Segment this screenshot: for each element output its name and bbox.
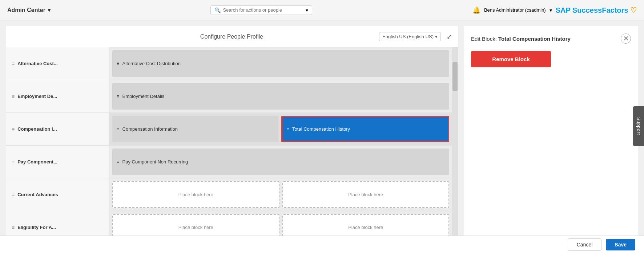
lang-chevron: ▾ — [435, 34, 438, 39]
main-area: Configure People Profile English US (Eng… — [0, 20, 644, 253]
placeholder-label: Place block here — [348, 192, 383, 197]
block-compensation-information[interactable]: ≡ Compensation Information — [112, 116, 278, 142]
row-label-text: Employment De... — [17, 94, 57, 99]
notification-icon[interactable]: 🔔 — [472, 6, 480, 14]
block-drag-icon: ≡ — [117, 159, 120, 165]
row-blocks-compensation: ≡ Compensation Information ≡ Total Compe… — [109, 113, 452, 145]
edit-block-name: Total Compensation History — [498, 36, 571, 42]
drag-handle-icon: ≡ — [12, 159, 15, 165]
top-navigation: Admin Center ▾ 🔍 ▾ 🔔 Bens Administrator … — [0, 0, 644, 20]
row-blocks-alternative-cost: ≡ Alternative Cost Distribution — [109, 47, 452, 80]
app-title-chevron: ▾ — [48, 7, 51, 13]
row-label-text: Alternative Cost... — [17, 61, 58, 66]
scrollbar-thumb[interactable] — [452, 62, 458, 91]
scrollbar[interactable] — [452, 47, 458, 253]
profile-content: ≡ Alternative Cost... ≡ Alternative Cost… — [6, 47, 452, 253]
row-compensation-info: ≡ Compensation I... ≡ Compensation Infor… — [6, 113, 452, 146]
block-drag-icon: ≡ — [117, 126, 120, 132]
block-placeholder-2[interactable]: Place block here — [282, 181, 450, 208]
row-label-text: Current Advances — [17, 192, 58, 197]
row-blocks-current-advances: Place block here Place block here — [109, 178, 452, 211]
close-button[interactable]: ✕ — [621, 33, 631, 44]
row-label-text: Eligibility For A... — [17, 225, 56, 230]
content-panel: Configure People Profile English US (Eng… — [6, 26, 458, 253]
search-bar-container[interactable]: 🔍 ▾ — [210, 5, 312, 15]
lang-label: English US (English US) — [382, 34, 434, 39]
remove-block-button[interactable]: Remove Block — [471, 51, 551, 67]
block-placeholder-1[interactable]: Place block here — [112, 181, 279, 208]
drag-handle-icon: ≡ — [12, 225, 15, 230]
edit-block-header: Edit Block: Total Compensation History ✕ — [471, 33, 631, 44]
configure-header: Configure People Profile English US (Eng… — [6, 26, 458, 47]
language-selector[interactable]: English US (English US) ▾ — [379, 32, 441, 41]
row-label-text: Pay Component... — [17, 159, 57, 165]
support-button[interactable]: Support — [633, 106, 644, 146]
block-employment-details[interactable]: ≡ Employment Details — [112, 83, 449, 110]
placeholder-label: Place block here — [178, 225, 213, 230]
page-title: Configure People Profile — [84, 33, 379, 40]
search-area: 🔍 ▾ — [210, 5, 312, 15]
block-alternative-cost-distribution[interactable]: ≡ Alternative Cost Distribution — [112, 50, 449, 77]
row-label-employment: ≡ Employment De... — [6, 80, 109, 112]
drag-handle-icon: ≡ — [12, 192, 15, 198]
heart-icon: ♡ — [630, 6, 637, 14]
row-label-alternative-cost: ≡ Alternative Cost... — [6, 47, 109, 80]
app-title-area: Admin Center ▾ — [7, 7, 51, 13]
row-pay-component: ≡ Pay Component... ≡ Pay Component Non R… — [6, 146, 452, 178]
row-label-compensation: ≡ Compensation I... — [6, 113, 109, 145]
row-alternative-cost: ≡ Alternative Cost... ≡ Alternative Cost… — [6, 47, 452, 80]
row-label-text: Compensation I... — [17, 126, 57, 132]
block-label: Total Compensation History — [292, 126, 350, 132]
block-pay-component-non-recurring[interactable]: ≡ Pay Component Non Recurring — [112, 149, 449, 175]
block-label: Employment Details — [122, 94, 165, 99]
block-label: Alternative Cost Distribution — [122, 61, 181, 66]
right-panel: Edit Block: Total Compensation History ✕… — [464, 26, 638, 253]
row-employment-details: ≡ Employment De... ≡ Employment Details — [6, 80, 452, 113]
block-total-compensation-history[interactable]: ≡ Total Compensation History — [281, 116, 450, 142]
app-title[interactable]: Admin Center — [7, 7, 45, 13]
row-label-current-advances: ≡ Current Advances — [6, 178, 109, 211]
sap-logo: SAP SuccessFactors ♡ — [556, 6, 637, 15]
support-wrapper: Support — [633, 106, 644, 147]
placeholder-label: Place block here — [348, 225, 383, 230]
cancel-button[interactable]: Cancel — [568, 238, 602, 251]
user-label[interactable]: Bens Administrator (csadmin) — [484, 7, 546, 13]
block-label: Compensation Information — [122, 126, 178, 132]
drag-handle-icon: ≡ — [12, 61, 15, 67]
edit-block-prefix: Edit Block: — [471, 36, 498, 42]
row-blocks-employment: ≡ Employment Details — [109, 80, 452, 112]
row-blocks-pay-component: ≡ Pay Component Non Recurring — [109, 146, 452, 178]
edit-block-title: Edit Block: Total Compensation History — [471, 36, 571, 42]
block-drag-icon: ≡ — [287, 126, 290, 132]
block-drag-icon: ≡ — [117, 94, 120, 99]
expand-button[interactable]: ⤢ — [447, 33, 452, 41]
block-drag-icon: ≡ — [117, 61, 120, 66]
row-label-pay-component: ≡ Pay Component... — [6, 146, 109, 178]
search-chevron: ▾ — [306, 7, 308, 13]
search-icon: 🔍 — [214, 7, 221, 13]
user-chevron: ▾ — [550, 7, 552, 13]
drag-handle-icon: ≡ — [12, 126, 15, 132]
drag-handle-icon: ≡ — [12, 94, 15, 99]
block-label: Pay Component Non Recurring — [122, 159, 188, 165]
placeholder-label: Place block here — [178, 192, 213, 197]
bottom-bar: Cancel Save — [0, 236, 644, 253]
remove-block-area: Remove Block — [471, 51, 631, 67]
save-button[interactable]: Save — [606, 239, 635, 250]
search-input[interactable] — [223, 7, 303, 13]
top-nav-right: 🔔 Bens Administrator (csadmin) ▾ SAP Suc… — [472, 6, 637, 15]
row-current-advances: ≡ Current Advances Place block here Plac… — [6, 178, 452, 211]
